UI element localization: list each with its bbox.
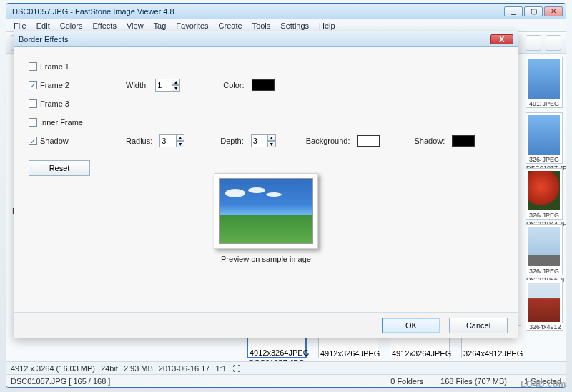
menu-effects[interactable]: Effects [89,20,121,31]
menu-favorites[interactable]: Favorites [172,20,212,31]
minimize-button[interactable]: _ [504,6,523,16]
toolbar-fullscreen-icon[interactable] [546,35,561,51]
ok-button[interactable]: OK [382,318,440,333]
status-filename: DSC01057.JPG [ 165 / 168 ] [11,377,110,386]
preview-area: Preview on sample image [214,173,318,263]
shadow-depth-input[interactable]: ▲▼ [251,134,276,147]
shadow-background-picker[interactable] [357,135,380,147]
checkbox-icon [29,62,37,71]
menu-settings[interactable]: Settings [276,20,313,31]
side-thumb[interactable]: 3264JPEGDSC01037.JPG [526,112,563,164]
frame3-checkbox[interactable]: Frame 3 [29,99,89,108]
shadow-shadow-label: Shadow: [414,137,445,145]
shadow-radius-input[interactable]: ▲▼ [159,134,184,147]
frame2-width-label: Width: [126,81,148,89]
spinner-down-icon[interactable]: ▼ [267,141,276,147]
maximize-button[interactable]: ▢ [524,6,543,16]
inner-frame-checkbox[interactable]: Inner Frame [29,118,89,127]
info-bar: 4912 x 3264 (16.03 MP) 24bit 2.93 MB 201… [6,361,566,374]
status-bar: DSC01057.JPG [ 165 / 168 ] 0 Folders 168… [6,374,566,387]
shadow-background-label: Background: [306,137,350,145]
cancel-button[interactable]: Cancel [449,318,508,333]
info-dimensions: 4912 x 3264 (16.03 MP) [11,364,95,373]
menu-edit[interactable]: Edit [32,20,54,31]
dialog-close-button[interactable]: X [490,34,513,44]
landscape-image [219,178,313,244]
menu-view[interactable]: View [122,20,148,31]
preview-sample-image [214,173,318,249]
dialog-actions: OK Cancel [14,312,518,338]
info-date: 2013-06-16 17 [159,364,210,373]
status-folders: 0 Folders [390,377,423,386]
status-selected: 1 Selected [524,377,561,386]
menu-create[interactable]: Create [214,20,247,31]
close-button[interactable]: ✕ [544,6,563,16]
checkbox-icon [29,118,37,127]
menu-colors[interactable]: Colors [56,20,87,31]
preview-caption: Preview on sample image [214,255,318,263]
frame2-checkbox[interactable]: ✓ Frame 2 [29,81,89,89]
info-bitdepth: 24bit [101,364,118,373]
side-thumb[interactable]: 3264JPEGDSC01056.JPG [526,224,563,275]
spinner-up-icon[interactable]: ▲ [267,134,276,141]
reset-button[interactable]: Reset [29,160,90,176]
side-thumbnail-strip: 4912JPEG 3264JPEGDSC01037.JPG 3264JPEGDS… [526,57,563,357]
shadow-color-picker[interactable] [452,135,475,147]
frame1-checkbox[interactable]: Frame 1 [29,62,89,71]
menu-file[interactable]: File [9,20,31,31]
fit-icon[interactable]: ⛶ [232,364,240,373]
status-files: 168 Files (707 MB) [440,377,507,386]
frame2-width-input[interactable]: ▲▼ [155,79,180,92]
main-window-title: DSC01057.JPG - FastStone Image Viewer 4.… [9,7,503,16]
dialog-title: Border Effects [19,35,490,44]
checkbox-icon: ✓ [29,81,37,89]
menu-tag[interactable]: Tag [149,20,171,31]
side-thumb[interactable]: 3264x4912 [526,280,563,331]
shadow-checkbox[interactable]: ✓ Shadow [29,137,89,145]
frame2-color-picker[interactable] [252,79,275,91]
shadow-depth-label: Depth: [220,137,243,145]
frame2-color-label: Color: [223,81,244,89]
checkbox-icon [29,99,37,108]
menu-tools[interactable]: Tools [248,20,275,31]
border-effects-dialog: Border Effects X Frame 1 ✓ Frame 2 Width… [14,31,518,338]
info-zoom-ratio: 1:1 [215,364,226,373]
spinner-down-icon[interactable]: ▼ [172,85,180,92]
checkbox-icon: ✓ [29,137,37,145]
side-thumb[interactable]: 3264JPEGDSC01044.JPG [526,168,563,220]
toolbar-view-icon[interactable] [526,35,541,51]
info-filesize: 2.93 MB [124,364,153,373]
shadow-radius-label: Radius: [126,137,152,145]
menu-help[interactable]: Help [315,20,340,31]
spinner-down-icon[interactable]: ▼ [176,141,184,147]
spinner-up-icon[interactable]: ▲ [172,79,180,85]
side-thumb[interactable]: 4912JPEG [526,57,563,108]
dialog-titlebar: Border Effects X [14,31,518,47]
main-titlebar: DSC01057.JPG - FastStone Image Viewer 4.… [6,4,566,19]
spinner-up-icon[interactable]: ▲ [176,134,184,141]
